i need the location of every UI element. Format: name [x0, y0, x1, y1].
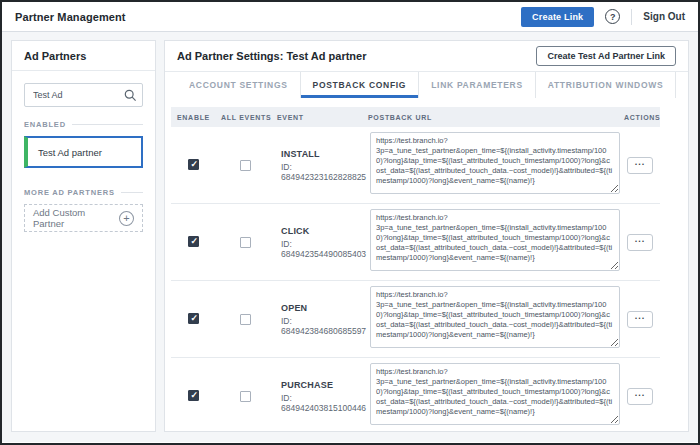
tab-link-parameters[interactable]: LINK PARAMETERS [419, 72, 536, 98]
all-events-checkbox[interactable] [240, 391, 251, 402]
sidebar-body: ENABLED Test Ad partner MORE AD PARTNERS… [12, 71, 155, 232]
partner-settings-header: Ad Partner Settings: Test Ad partner Cre… [165, 41, 688, 72]
settings-tabs: ACCOUNT SETTINGS POSTBACK CONFIG LINK PA… [165, 72, 688, 98]
row-actions-button[interactable]: ... [627, 157, 653, 174]
event-name: PURCHASE [281, 380, 365, 390]
col-header-event: EVENT [273, 114, 365, 121]
row-actions-button[interactable]: ... [627, 388, 653, 405]
event-name: INSTALL [281, 149, 365, 159]
event-name: OPEN [281, 303, 365, 313]
event-id: ID: 684942323162828825 [281, 162, 365, 182]
all-events-checkbox[interactable] [240, 160, 251, 171]
postback-url-textarea[interactable]: https://test.branch.io? 3p=a_tune_test_p… [370, 286, 620, 348]
topbar-divider [631, 9, 632, 25]
all-events-checkbox[interactable] [240, 314, 251, 325]
table-row-open: OPEN ID: 684942384680685597 https://test… [171, 281, 660, 358]
content-area: Ad Partners ENABLED Test Ad partner [2, 32, 698, 442]
sidebar-item-test-ad-partner[interactable]: Test Ad partner [24, 136, 143, 168]
sidebar-title: Ad Partners [12, 41, 155, 71]
create-test-partner-link-button[interactable]: Create Test Ad Partner Link [536, 46, 676, 66]
plus-icon: + [119, 211, 134, 226]
event-id: ID: 684942403815100446 [281, 393, 365, 413]
table-row-click: CLICK ID: 684942354490085403 https://tes… [171, 204, 660, 281]
all-events-checkbox[interactable] [240, 237, 251, 248]
event-name: CLICK [281, 226, 365, 236]
partner-name: Test Ad partner [38, 147, 102, 158]
topbar-actions: Create Link ? Sign Out [521, 7, 685, 27]
page-title: Partner Management [15, 11, 126, 23]
postback-table: ENABLE ALL EVENTS EVENT POSTBACK URL ACT… [171, 107, 660, 432]
top-bar: Partner Management Create Link ? Sign Ou… [2, 2, 698, 32]
enable-checkbox[interactable] [188, 159, 199, 170]
postback-url-textarea[interactable]: https://test.branch.io? 3p=a_tune_test_p… [370, 363, 620, 425]
section-rule [72, 124, 143, 125]
enable-checkbox[interactable] [188, 390, 199, 401]
col-header-enable: ENABLE [171, 114, 217, 121]
help-icon[interactable]: ? [605, 9, 620, 24]
partner-settings-title: Ad Partner Settings: Test Ad partner [177, 50, 366, 62]
create-link-button[interactable]: Create Link [521, 7, 594, 27]
partner-settings-panel: Ad Partner Settings: Test Ad partner Cre… [164, 40, 689, 432]
event-id: ID: 684942354490085403 [281, 239, 365, 259]
col-header-all-events: ALL EVENTS [217, 114, 273, 121]
col-header-postback-url: POSTBACK URL [365, 114, 620, 121]
table-row-purchase: PURCHASE ID: 684942403815100446 https://… [171, 358, 660, 432]
partner-search [24, 83, 143, 107]
add-custom-partner-button[interactable]: Add Custom Partner + [24, 204, 143, 232]
ad-partners-sidebar: Ad Partners ENABLED Test Ad partner [11, 40, 156, 432]
search-icon [124, 88, 137, 101]
sign-out-link[interactable]: Sign Out [643, 11, 685, 22]
postback-url-textarea[interactable]: https://test.branch.io? 3p=a_tune_test_p… [370, 209, 620, 271]
more-partners-section-label: MORE AD PARTNERS [24, 188, 143, 197]
enabled-section-label: ENABLED [24, 120, 143, 129]
section-rule [121, 192, 143, 193]
enable-checkbox[interactable] [188, 313, 199, 324]
row-actions-button[interactable]: ... [627, 311, 653, 328]
row-actions-button[interactable]: ... [627, 234, 653, 251]
postback-url-textarea[interactable]: https://test.branch.io? 3p=a_tune_test_p… [370, 132, 620, 194]
event-id: ID: 684942384680685597 [281, 316, 365, 336]
tab-postback-config[interactable]: POSTBACK CONFIG [301, 72, 420, 98]
postback-table-header: ENABLE ALL EVENTS EVENT POSTBACK URL ACT… [171, 107, 660, 127]
add-custom-partner-label: Add Custom Partner [33, 207, 119, 229]
table-row-install: INSTALL ID: 684942323162828825 https://t… [171, 127, 660, 204]
tab-attribution-windows[interactable]: ATTRIBUTION WINDOWS [536, 72, 677, 98]
col-header-actions: ACTIONS [620, 114, 660, 121]
tab-account-settings[interactable]: ACCOUNT SETTINGS [177, 72, 301, 98]
enable-checkbox[interactable] [188, 236, 199, 247]
